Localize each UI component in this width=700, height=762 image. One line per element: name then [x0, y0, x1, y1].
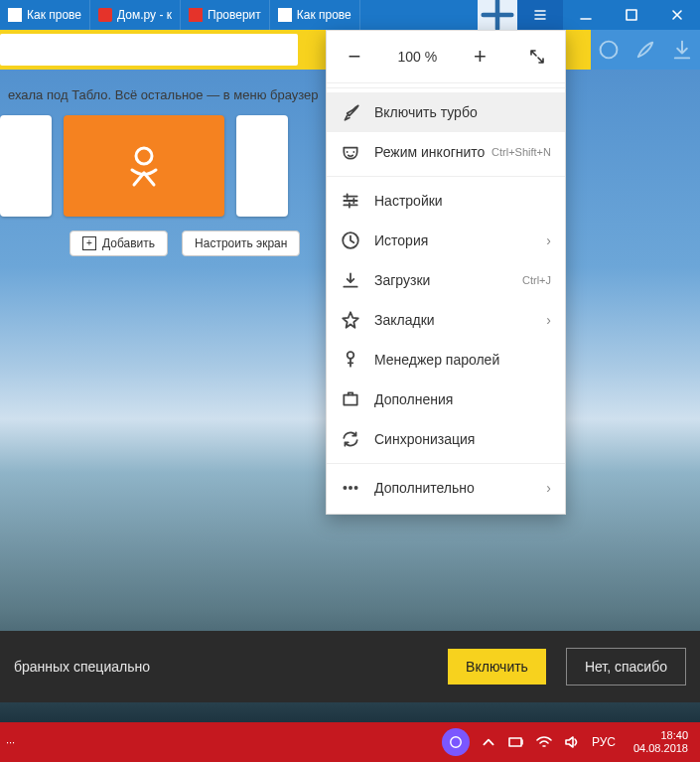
menu-label: Синхронизация: [374, 431, 475, 447]
svg-point-4: [348, 352, 354, 359]
windows-taskbar[interactable]: ··· РУС 18:40 04.08.2018: [0, 722, 700, 762]
promo-text: бранных специально: [14, 659, 150, 675]
fullscreen-button[interactable]: [523, 43, 551, 71]
menu-item-downloads[interactable]: Загрузки Ctrl+J: [327, 260, 565, 300]
minimize-button[interactable]: [563, 0, 609, 30]
favicon: [98, 8, 112, 22]
menu-label: Закладки: [374, 312, 435, 328]
menu-item-turbo[interactable]: Включить турбо: [327, 92, 565, 132]
zoom-value: 100 %: [397, 49, 437, 65]
configure-screen-button[interactable]: Настроить экран: [182, 230, 300, 256]
maximize-button[interactable]: [609, 0, 654, 30]
menu-label: Включить турбо: [374, 104, 478, 120]
window-controls: [517, 0, 700, 30]
toolbar-right: [591, 30, 700, 70]
tab-label: Как прове: [27, 8, 81, 22]
tab[interactable]: Дом.ру - к: [90, 0, 181, 30]
menu-item-addons[interactable]: Дополнения: [327, 380, 565, 419]
feather-icon[interactable]: [633, 38, 657, 62]
clock[interactable]: 18:40 04.08.2018: [628, 729, 694, 755]
wifi-icon[interactable]: [536, 734, 552, 750]
star-icon: [341, 310, 360, 330]
downloads-icon[interactable]: [670, 38, 694, 62]
svg-point-9: [451, 737, 462, 748]
chevron-right-icon: ›: [546, 232, 551, 248]
circle-icon: [449, 735, 463, 749]
system-tray: РУС 18:40 04.08.2018: [481, 729, 700, 755]
no-thanks-button[interactable]: Нет, спасибо: [566, 648, 686, 686]
zoom-in-button[interactable]: +: [467, 43, 494, 71]
close-button[interactable]: [654, 0, 700, 30]
menu-label: Загрузки: [374, 272, 430, 288]
history-icon: [341, 230, 360, 250]
cortana-button[interactable]: [442, 728, 470, 756]
add-tile-button[interactable]: + Добавить: [70, 230, 168, 256]
hamburger-icon: [533, 8, 547, 22]
speed-dial-tile[interactable]: [236, 115, 288, 217]
menu-label: Дополнительно: [374, 480, 475, 496]
shortcut: Ctrl+J: [522, 274, 551, 286]
new-tab-button[interactable]: [478, 0, 517, 30]
battery-icon[interactable]: [508, 734, 524, 750]
menu-item-sync[interactable]: Синхронизация: [327, 419, 565, 459]
menu-item-more[interactable]: Дополнительно ›: [327, 468, 565, 508]
menu-label: Режим инкогнито: [374, 144, 485, 160]
chevron-up-icon[interactable]: [481, 734, 496, 750]
menu-item-passwords[interactable]: Менеджер паролей: [327, 340, 565, 380]
shortcut: Ctrl+Shift+N: [491, 146, 551, 158]
menu-label: История: [374, 232, 428, 248]
speed-dial-tile-ok[interactable]: [64, 115, 224, 217]
menu-item-settings[interactable]: Настройки: [327, 181, 565, 221]
language-indicator[interactable]: РУС: [592, 735, 616, 749]
tab[interactable]: Как прове: [270, 0, 360, 30]
tab-strip: Как прове Дом.ру - к Проверит Как прове: [0, 0, 478, 30]
menu-item-history[interactable]: История ›: [327, 221, 565, 260]
speed-dial-controls: + Добавить Настроить экран: [70, 230, 300, 256]
svg-point-2: [136, 148, 152, 164]
maximize-icon: [625, 8, 638, 22]
time: 18:40: [633, 729, 688, 742]
svg-rect-0: [627, 10, 636, 20]
mask-icon: [341, 142, 360, 162]
tab-label: Проверит: [208, 8, 261, 22]
speed-dial-tile[interactable]: [0, 115, 52, 217]
promo-bar: бранных специально Включить Нет, спасибо: [0, 631, 700, 702]
zoom-out-button[interactable]: −: [341, 43, 368, 71]
favicon: [8, 8, 22, 22]
taskbar-overflow: ···: [6, 736, 15, 748]
speed-dial-row: [0, 115, 288, 217]
enable-button[interactable]: Включить: [448, 649, 546, 685]
browser-menu-button[interactable]: [517, 0, 563, 30]
menu-item-bookmarks[interactable]: Закладки ›: [327, 300, 565, 340]
key-icon: [341, 350, 360, 370]
addon-icon: [341, 389, 360, 409]
close-icon: [670, 8, 684, 22]
tab-label: Как прове: [297, 8, 351, 22]
chevron-right-icon: ›: [546, 312, 551, 328]
rocket-icon: [341, 102, 360, 122]
chevron-right-icon: ›: [546, 480, 551, 496]
svg-rect-5: [344, 395, 356, 405]
tab[interactable]: Как прове: [0, 0, 90, 30]
search-input[interactable]: [0, 34, 298, 66]
tab[interactable]: Проверит: [181, 0, 270, 30]
menu-item-incognito[interactable]: Режим инкогнито Ctrl+Shift+N: [327, 132, 565, 172]
add-label: Добавить: [102, 236, 155, 250]
dots-icon: [341, 478, 360, 498]
svg-point-6: [344, 487, 346, 489]
extension-icon[interactable]: [597, 38, 621, 62]
browser-window: Как прове Дом.ру - к Проверит Как прове …: [0, 0, 700, 762]
configure-label: Настроить экран: [195, 236, 287, 250]
date: 04.08.2018: [633, 742, 688, 755]
menu-label: Менеджер паролей: [374, 352, 499, 368]
minimize-icon: [579, 8, 593, 22]
svg-point-8: [354, 487, 356, 489]
favicon: [278, 8, 292, 22]
favicon: [189, 8, 203, 22]
plus-box-icon: +: [82, 236, 96, 250]
sliders-icon: [341, 191, 360, 211]
svg-point-7: [350, 487, 351, 489]
zoom-row: − 100 % +: [327, 31, 565, 83]
volume-icon[interactable]: [564, 734, 580, 750]
download-icon: [341, 270, 360, 290]
